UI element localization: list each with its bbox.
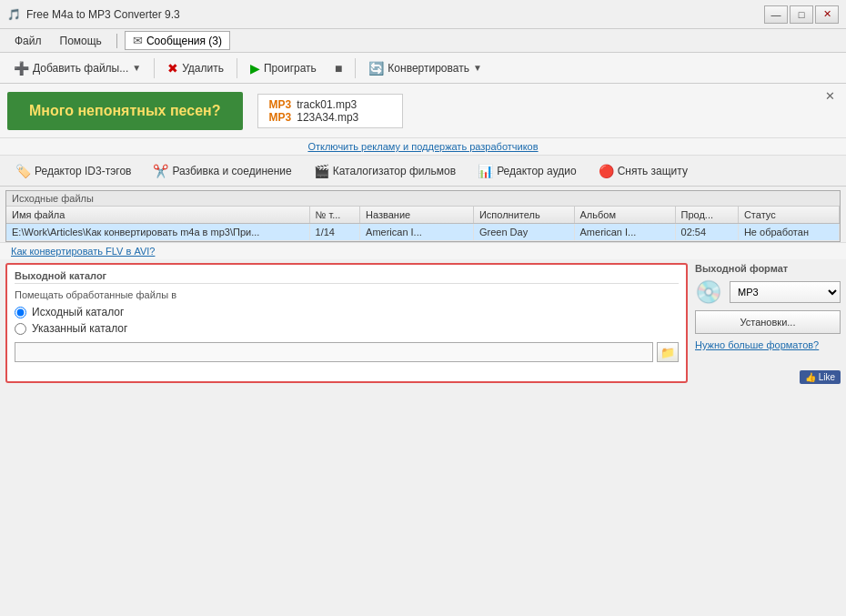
settings-button[interactable]: Установки...: [695, 310, 841, 334]
format-select[interactable]: MP3 AAC OGG WAV: [730, 281, 841, 303]
bottom-area: Выходной каталог Помещать обработанные ф…: [0, 259, 846, 387]
toolbar-separator-2: [237, 58, 237, 78]
col-artist[interactable]: Исполнитель: [473, 207, 574, 224]
messages-icon: ✉: [133, 34, 143, 47]
radio-specified-label: Указанный каталог: [32, 322, 127, 335]
titlebar: 🎵 Free M4a to MP3 Converter 9.3 — □ ✕: [0, 0, 846, 29]
browse-button[interactable]: 📁: [657, 342, 679, 362]
menu-file[interactable]: Файл: [7, 33, 49, 49]
cell-filename: E:\Work\Articles\Как конвертировать m4a …: [6, 224, 309, 241]
id3-icon: 🏷️: [15, 164, 31, 178]
files-section-header: Исходные файлы: [6, 191, 840, 207]
cell-duration: 02:54: [675, 224, 738, 241]
app-title: Free M4a to MP3 Converter 9.3: [26, 8, 180, 21]
audio-editor-label: Редактор аудио: [497, 165, 577, 177]
toolbar-separator-1: [154, 58, 155, 78]
toolbar-separator-3: [355, 58, 356, 78]
splitter-label: Разбивка и соединение: [172, 165, 291, 177]
add-files-arrow: ▼: [132, 63, 141, 73]
add-files-label: Добавить файлы...: [33, 62, 128, 75]
splitter-button[interactable]: ✂️ Разбивка и соединение: [143, 158, 301, 184]
col-title[interactable]: Название: [360, 207, 474, 224]
messages-label: Сообщения (3): [146, 35, 222, 47]
convert-label: Конвертировать: [388, 62, 469, 75]
cell-album: American I...: [574, 224, 675, 241]
radio-specified-dir[interactable]: Указанный каталог: [15, 322, 679, 335]
radio-source-label: Исходный каталог: [32, 306, 124, 318]
catalog-button[interactable]: 🎬 Каталогизатор фильмов: [304, 158, 466, 184]
output-format-title: Выходной формат: [695, 263, 841, 274]
cell-artist: Green Day: [473, 224, 574, 241]
catalog-icon: 🎬: [314, 164, 329, 178]
maximize-button[interactable]: □: [790, 5, 813, 24]
col-duration[interactable]: Прод...: [675, 207, 738, 224]
flv-avi-link[interactable]: Как конвертировать FLV в AVI?: [5, 244, 160, 258]
menu-separator: [116, 34, 117, 48]
ad-banner-text[interactable]: Много непонятных песен?: [7, 92, 243, 130]
radio-group: Исходный каталог Указанный каталог: [15, 306, 679, 335]
convert-button[interactable]: 🔄 Конвертировать ▼: [360, 56, 489, 81]
output-dir-title: Выходной каталог: [15, 270, 679, 284]
convert-icon: 🔄: [368, 61, 384, 76]
delete-label: Удалить: [182, 62, 224, 75]
close-button[interactable]: ✕: [815, 5, 839, 24]
delete-button[interactable]: ✖ Удалить: [159, 56, 232, 81]
radio-specified-input[interactable]: [15, 323, 26, 335]
protection-label: Снять защиту: [618, 165, 688, 177]
minimize-button[interactable]: —: [764, 5, 788, 24]
radio-source-dir[interactable]: Исходный каталог: [15, 306, 679, 318]
col-filename[interactable]: Имя файла: [6, 207, 309, 224]
stop-button[interactable]: ■: [327, 56, 350, 81]
cell-tracknum: 1/14: [309, 224, 360, 241]
audio-editor-button[interactable]: 📊 Редактор аудио: [468, 158, 587, 184]
ad-disable-link[interactable]: Отключить рекламу и поддержать разработч…: [300, 139, 545, 154]
add-files-button[interactable]: ➕ Добавить файлы... ▼: [5, 56, 149, 81]
app-icon: 🎵: [7, 8, 21, 21]
format-row: 💿 MP3 AAC OGG WAV: [695, 279, 841, 305]
col-status[interactable]: Статус: [738, 207, 839, 224]
output-dir-label: Помещать обработанные файлы в: [15, 289, 679, 300]
ad-close-button[interactable]: ✕: [825, 89, 835, 103]
radio-source-input[interactable]: [15, 307, 26, 318]
output-dir-panel: Выходной каталог Помещать обработанные ф…: [5, 263, 688, 383]
output-format-panel: Выходной формат 💿 MP3 AAC OGG WAV Устано…: [695, 263, 841, 383]
files-table: Имя файла № т... Название Исполнитель Ал…: [6, 207, 840, 241]
ad-file-1: MP3 track01.mp3: [269, 98, 391, 111]
add-files-icon: ➕: [14, 61, 29, 76]
files-area: Исходные файлы Имя файла № т... Название…: [5, 190, 841, 242]
ad-file-1-name: track01.mp3: [297, 98, 357, 111]
delete-icon: ✖: [167, 61, 178, 76]
catalog-label: Каталогизатор фильмов: [333, 165, 456, 177]
play-label: Проиграть: [264, 62, 317, 75]
protection-icon: 🔴: [599, 164, 614, 178]
id3-editor-button[interactable]: 🏷️ Редактор ID3-тэгов: [5, 158, 141, 184]
menu-help[interactable]: Помощь: [53, 33, 109, 49]
cell-status: Не обработан: [738, 224, 839, 241]
main-toolbar: ➕ Добавить файлы... ▼ ✖ Удалить ▶ Проигр…: [0, 53, 846, 84]
fb-like-button[interactable]: 👍 Like: [800, 370, 841, 384]
more-formats-link[interactable]: Нужно больше форматов?: [695, 339, 841, 350]
ad-area: Много непонятных песен? MP3 track01.mp3 …: [0, 84, 846, 138]
mp3-icon-2: MP3: [269, 111, 292, 124]
dir-path-input[interactable]: [15, 342, 653, 362]
ad-file-2: MP3 123A34.mp3: [269, 111, 391, 124]
cd-icon: 💿: [695, 279, 722, 305]
stop-icon: ■: [335, 61, 342, 76]
splitter-icon: ✂️: [153, 164, 168, 178]
menubar: Файл Помощь ✉ Сообщения (3): [0, 29, 846, 53]
col-album[interactable]: Альбом: [574, 207, 675, 224]
mp3-icon-1: MP3: [269, 98, 292, 111]
play-button[interactable]: ▶ Проиграть: [242, 56, 325, 81]
col-tracknum[interactable]: № т...: [309, 207, 360, 224]
ad-files-list: MP3 track01.mp3 MP3 123A34.mp3: [257, 94, 403, 128]
play-icon: ▶: [250, 61, 260, 76]
ad-file-2-name: 123A34.mp3: [297, 111, 358, 124]
dir-input-row: 📁: [15, 342, 679, 362]
protection-button[interactable]: 🔴 Снять защиту: [589, 158, 698, 184]
convert-arrow: ▼: [473, 63, 482, 73]
tools-bar: 🏷️ Редактор ID3-тэгов ✂️ Разбивка и соед…: [0, 156, 846, 187]
audio-icon: 📊: [478, 164, 493, 178]
messages-tab[interactable]: ✉ Сообщения (3): [125, 31, 230, 50]
cell-title: American I...: [360, 224, 474, 241]
table-row[interactable]: E:\Work\Articles\Как конвертировать m4a …: [6, 224, 840, 241]
